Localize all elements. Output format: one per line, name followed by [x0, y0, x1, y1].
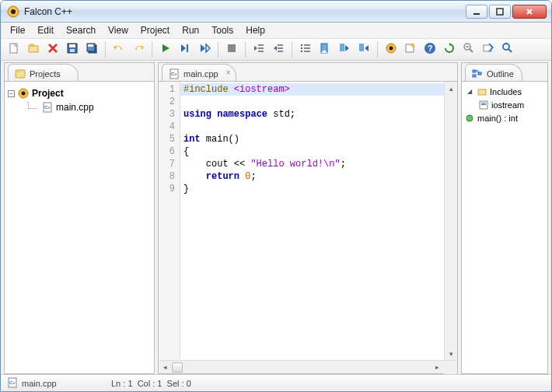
new-file-button[interactable] — [5, 41, 23, 58]
tab-editor[interactable]: C+ main.cpp × — [162, 64, 236, 81]
svg-point-1 — [11, 9, 16, 14]
maximize-button[interactable] — [489, 5, 511, 19]
horizontal-scrollbar[interactable]: ◂ ▸ — [159, 360, 457, 373]
scroll-down-icon[interactable]: ▾ — [445, 347, 457, 360]
step-to-cursor-button[interactable] — [196, 41, 213, 58]
find-icon — [501, 42, 514, 57]
stop-button[interactable] — [223, 41, 240, 58]
menu-tools[interactable]: Tools — [205, 23, 239, 37]
step-over-button[interactable] — [176, 41, 194, 58]
svg-point-40 — [22, 92, 26, 96]
code-line[interactable]: using namespace std; — [180, 108, 444, 121]
indent-button[interactable] — [270, 41, 287, 58]
project-root[interactable]: − Project — [8, 86, 151, 100]
menu-view[interactable]: View — [102, 23, 135, 37]
app-icon — [7, 5, 19, 18]
refresh-button[interactable] — [441, 41, 458, 58]
menu-file[interactable]: File — [4, 23, 31, 37]
goto-icon — [482, 42, 494, 57]
tab-projects[interactable]: Projects — [8, 64, 79, 81]
code-line[interactable]: } — [180, 183, 444, 195]
editor-panel: C+ main.cpp × 123456789 #include <iostre… — [158, 62, 458, 374]
code-area[interactable]: #include <iostream>using namespace std;i… — [180, 82, 444, 360]
bookmark-next-icon — [358, 42, 370, 57]
new-file-icon — [8, 42, 20, 57]
scroll-thumb[interactable] — [172, 362, 183, 373]
delete-file-button[interactable] — [44, 41, 61, 58]
collapse-icon[interactable]: − — [8, 90, 15, 97]
expand-icon[interactable]: ◢ — [465, 87, 474, 96]
cpp-file-icon: C+ — [7, 377, 18, 390]
code-line[interactable]: { — [180, 145, 444, 158]
svg-rect-18 — [278, 47, 283, 49]
insert-button[interactable] — [402, 41, 419, 58]
status-file: main.cpp — [22, 379, 57, 388]
menu-run[interactable]: Run — [176, 23, 205, 37]
outline-item[interactable]: iostream — [465, 98, 544, 111]
outdent-button[interactable] — [250, 41, 267, 58]
svg-rect-14 — [258, 44, 264, 46]
delete-file-icon — [47, 42, 59, 57]
folder-icon — [477, 87, 487, 96]
svg-rect-46 — [473, 75, 476, 77]
project-file[interactable]: C+ main.cpp — [8, 100, 151, 114]
menu-help[interactable]: Help — [239, 23, 271, 37]
scroll-up-icon[interactable]: ▴ — [445, 82, 457, 95]
svg-rect-16 — [258, 51, 264, 52]
svg-rect-51 — [481, 104, 486, 105]
help-button[interactable]: ? — [421, 41, 438, 58]
list-button[interactable] — [297, 41, 314, 58]
bookmark-toggle-button[interactable] — [316, 41, 334, 58]
tab-outline[interactable]: Outline — [465, 64, 522, 81]
titlebar: Falcon C++ — [1, 1, 551, 23]
code-line[interactable] — [180, 96, 444, 108]
svg-rect-48 — [478, 89, 486, 95]
save-all-icon — [86, 42, 98, 57]
menu-edit[interactable]: Edit — [31, 23, 60, 37]
code-line[interactable]: #include <iostream> — [180, 83, 444, 96]
zoom-out-button[interactable] — [460, 41, 477, 58]
bookmark-next-button[interactable] — [355, 41, 372, 58]
close-button[interactable] — [512, 5, 547, 19]
run-icon — [159, 42, 172, 57]
outline-item[interactable]: main() : int — [465, 111, 544, 124]
open-file-button[interactable] — [25, 41, 42, 58]
undo-button[interactable] — [110, 41, 128, 58]
tab-label: main.cpp — [183, 69, 218, 79]
cpp-file-icon: C+ — [169, 68, 180, 79]
save-icon — [66, 42, 79, 57]
menu-search[interactable]: Search — [60, 23, 102, 37]
projects-tree[interactable]: − Project C+ main.cpp — [5, 82, 154, 373]
outline-item[interactable]: ◢Includes — [465, 85, 544, 98]
code-line[interactable]: cout << "Hello world!\n"; — [180, 158, 444, 170]
save-button[interactable] — [64, 41, 81, 58]
outline-tree[interactable]: ◢Includesiostreammain() : int — [462, 82, 547, 373]
code-line[interactable] — [180, 121, 444, 133]
find-button[interactable] — [499, 41, 516, 58]
scroll-right-icon[interactable]: ▸ — [431, 363, 444, 371]
vertical-scrollbar[interactable]: ▴ ▾ — [444, 82, 457, 360]
outline-icon — [472, 68, 483, 79]
svg-rect-3 — [497, 9, 503, 15]
outline-label: main() : int — [477, 114, 518, 123]
bookmark-toggle-icon — [319, 42, 331, 57]
svg-rect-19 — [278, 51, 283, 52]
window-title: Falcon C++ — [24, 6, 466, 17]
svg-rect-4 — [10, 44, 17, 53]
svg-text:C+: C+ — [9, 380, 16, 385]
goto-button[interactable] — [480, 41, 497, 58]
svg-rect-15 — [258, 47, 264, 49]
code-line[interactable]: return 0; — [180, 170, 444, 183]
run-button[interactable] — [157, 41, 174, 58]
bookmark-prev-button[interactable] — [336, 41, 353, 58]
redo-button[interactable] — [130, 41, 147, 58]
scroll-left-icon[interactable]: ◂ — [159, 363, 172, 371]
tab-close-icon[interactable]: × — [226, 68, 231, 77]
svg-rect-25 — [304, 51, 310, 52]
save-all-button[interactable] — [83, 41, 100, 58]
svg-rect-21 — [304, 44, 310, 46]
menu-project[interactable]: Project — [135, 23, 176, 37]
code-line[interactable]: int main() — [180, 133, 444, 145]
settings-button[interactable] — [383, 41, 400, 58]
minimize-button[interactable] — [466, 5, 487, 19]
